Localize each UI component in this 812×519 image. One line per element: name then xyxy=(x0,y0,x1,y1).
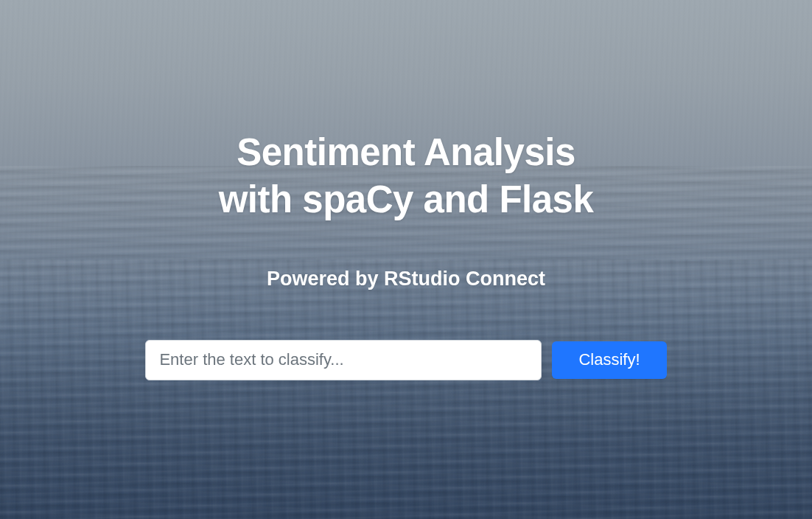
page-title: Sentiment Analysis with spaCy and Flask xyxy=(219,129,594,223)
title-line-2: with spaCy and Flask xyxy=(219,178,594,220)
classify-text-input[interactable] xyxy=(145,340,542,380)
classify-form: Classify! xyxy=(145,340,666,380)
page-subtitle: Powered by RStudio Connect xyxy=(267,268,545,290)
title-line-1: Sentiment Analysis xyxy=(237,131,575,173)
hero-content: Sentiment Analysis with spaCy and Flask … xyxy=(0,0,812,519)
classify-button[interactable]: Classify! xyxy=(552,341,666,379)
